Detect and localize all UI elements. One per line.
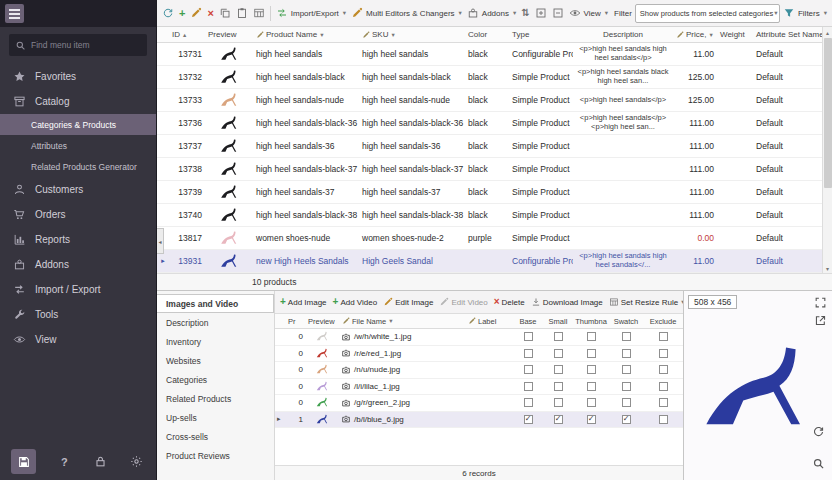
small-checkbox[interactable] xyxy=(554,398,563,407)
tab-inventory[interactable]: Inventory xyxy=(157,332,274,351)
image-row[interactable]: 0 /g/r/green_2.jpg xyxy=(275,395,683,412)
col-sku[interactable]: SKU▾ xyxy=(359,30,465,39)
addons-menu[interactable]: Addons▾ xyxy=(465,3,518,24)
scrollbar-thumb[interactable] xyxy=(824,38,832,188)
download-image-button[interactable]: Download Image xyxy=(529,293,605,311)
col-attribute-set-name[interactable]: Attribute Set Name xyxy=(753,30,823,39)
product-row[interactable]: 13731 high heel sandals high heel sandal… xyxy=(157,43,823,66)
col-id[interactable]: ID▴ xyxy=(169,30,205,39)
base-checkbox[interactable] xyxy=(524,398,533,407)
copy-button[interactable] xyxy=(217,3,233,24)
exclude-checkbox[interactable] xyxy=(659,398,668,407)
exclude-checkbox[interactable] xyxy=(659,365,668,374)
columns-button[interactable] xyxy=(251,3,267,24)
thumbnail-checkbox[interactable] xyxy=(587,332,596,341)
category-filter-select[interactable]: Show products from selected categories▾ xyxy=(635,4,780,23)
col-small[interactable]: Small xyxy=(543,317,573,326)
add-product-button[interactable]: + xyxy=(177,3,187,24)
exclude-checkbox[interactable] xyxy=(659,349,668,358)
tab-categories[interactable]: Categories xyxy=(157,370,274,389)
col-file-name[interactable]: File Name▾ xyxy=(339,317,465,326)
sidebar-item-view[interactable]: View xyxy=(0,327,156,352)
base-checkbox[interactable] xyxy=(524,365,533,374)
sidebar-item-import-export[interactable]: Import / Export xyxy=(0,277,156,302)
small-checkbox[interactable] xyxy=(554,365,563,374)
sidebar-item-catalog[interactable]: Catalog xyxy=(0,89,156,114)
col-image-preview[interactable]: Preview xyxy=(305,317,339,326)
swatch-checkbox[interactable] xyxy=(622,365,631,374)
product-row[interactable]: 13738 high heel sandals-black-37 high he… xyxy=(157,158,823,181)
tab-up-sells[interactable]: Up-sells xyxy=(157,408,274,427)
expand-all-button[interactable] xyxy=(533,3,549,24)
settings-button[interactable] xyxy=(129,454,145,470)
sidebar-item-reports[interactable]: Reports xyxy=(0,227,156,252)
col-weight[interactable]: Weight xyxy=(717,30,753,39)
thumbnail-checkbox[interactable] xyxy=(587,365,596,374)
rotate-button[interactable] xyxy=(812,425,825,438)
paste-button[interactable] xyxy=(234,3,250,24)
small-checkbox[interactable] xyxy=(554,382,563,391)
delete-image-button[interactable]: ×Delete xyxy=(492,293,527,311)
add-video-button[interactable]: +Add Video xyxy=(331,293,380,311)
col-color[interactable]: Color xyxy=(465,30,509,39)
help-button[interactable]: ? xyxy=(56,454,72,470)
col-type[interactable]: Type xyxy=(509,30,573,39)
base-checkbox[interactable]: ✓ xyxy=(524,415,533,424)
product-row[interactable]: 13736 high heel sandals-black-36 high he… xyxy=(157,112,823,135)
col-description[interactable]: Description xyxy=(573,30,673,39)
add-image-button[interactable]: +Add Image xyxy=(278,293,329,311)
product-row[interactable]: 13739 high heel sandals-37 high heel san… xyxy=(157,181,823,204)
menu-search-input[interactable] xyxy=(31,40,141,50)
col-exclude[interactable]: Exclude xyxy=(643,317,683,326)
tab-websites[interactable]: Websites xyxy=(157,351,274,370)
open-external-button[interactable] xyxy=(814,314,827,327)
product-row-selected[interactable]: ▸ 13931 new High Heels Sandals High Geel… xyxy=(157,250,823,273)
product-row[interactable]: 13740 high heel sandals-black-38 high he… xyxy=(157,204,823,227)
col-swatch[interactable]: Swatch xyxy=(609,317,643,326)
refresh-button[interactable] xyxy=(160,3,176,24)
thumbnail-checkbox[interactable]: ✓ xyxy=(587,415,596,424)
thumbnail-checkbox[interactable] xyxy=(587,349,596,358)
base-checkbox[interactable] xyxy=(524,349,533,358)
exclude-checkbox[interactable] xyxy=(659,382,668,391)
exclude-checkbox[interactable] xyxy=(659,332,668,341)
sidebar-item-addons[interactable]: Addons xyxy=(0,252,156,277)
sidebar-item-orders[interactable]: Orders xyxy=(0,202,156,227)
swatch-checkbox[interactable] xyxy=(622,382,631,391)
tab-description[interactable]: Description xyxy=(157,313,274,332)
fullscreen-button[interactable] xyxy=(814,296,827,309)
base-checkbox[interactable] xyxy=(524,382,533,391)
scroll-down-button[interactable]: ▾ xyxy=(826,263,829,273)
image-row-selected[interactable]: ▸ 1 /b/l/blue_6.jpg ✓ ✓ ✓ ✓ xyxy=(275,412,683,429)
swatch-checkbox[interactable] xyxy=(622,349,631,358)
exclude-checkbox[interactable] xyxy=(659,415,668,424)
scroll-up-button[interactable]: ▴ xyxy=(826,27,829,37)
tab-related-products[interactable]: Related Products xyxy=(157,389,274,408)
image-row[interactable]: 0 /l/i/lilac_1.jpg xyxy=(275,379,683,396)
edit-image-button[interactable]: Edit Image xyxy=(381,293,435,311)
edit-video-button[interactable]: Edit Video xyxy=(437,293,489,311)
product-row[interactable]: 13732 high heel sandals-black high heel … xyxy=(157,66,823,89)
delete-product-button[interactable]: × xyxy=(205,3,215,24)
thumbnail-checkbox[interactable] xyxy=(587,382,596,391)
col-thumbnail[interactable]: Thumbna xyxy=(573,317,609,326)
swatch-checkbox[interactable] xyxy=(622,332,631,341)
tab-product-reviews[interactable]: Product Reviews xyxy=(157,446,274,465)
tab-cross-sells[interactable]: Cross-sells xyxy=(157,427,274,446)
product-row[interactable]: 13733 high heel sandals-nude high heel s… xyxy=(157,89,823,112)
sidebar-item-categories-products[interactable]: Categories & Products xyxy=(0,114,156,135)
collapse-all-button[interactable] xyxy=(550,3,566,24)
import-export-menu[interactable]: Import/Export▾ xyxy=(274,3,348,24)
image-row[interactable]: 0 /w/h/white_1.jpg xyxy=(275,329,683,346)
sidebar-item-related-products-generator[interactable]: Related Products Generator xyxy=(0,156,156,177)
image-row[interactable]: 0 /n/u/nude.jpg xyxy=(275,362,683,379)
sidebar-item-favorites[interactable]: Favorites xyxy=(0,64,156,89)
small-checkbox[interactable] xyxy=(554,332,563,341)
base-checkbox[interactable] xyxy=(524,332,533,341)
product-row[interactable]: 13737 high heel sandals-36 high heel san… xyxy=(157,135,823,158)
col-priority[interactable]: Pr xyxy=(285,317,305,326)
set-resize-rule-button[interactable]: Set Resize Rule▾ xyxy=(607,293,687,311)
multi-editors-menu[interactable]: Multi Editors & Changers▾ xyxy=(349,3,464,24)
save-button[interactable] xyxy=(11,449,36,474)
filters-button[interactable]: Filters▾ xyxy=(781,3,829,24)
